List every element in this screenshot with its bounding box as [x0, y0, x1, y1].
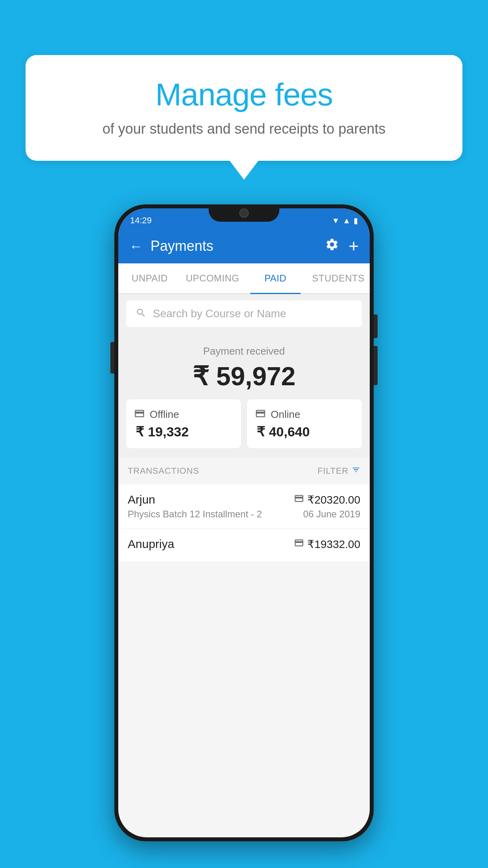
payment-received-label: Payment received — [126, 345, 362, 357]
transaction-bottom-arjun: Physics Batch 12 Installment - 2 06 June… — [128, 509, 360, 520]
manage-fees-title: Manage fees — [49, 77, 439, 113]
tab-unpaid-label: UNPAID — [132, 273, 168, 283]
phone-screen: 14:29 ▼ ▲ ▮ ← Payments — [118, 208, 370, 837]
speech-bubble: Manage fees of your students and send re… — [26, 55, 462, 161]
volume-button — [110, 342, 114, 373]
transactions-label: TRANSACTIONS — [128, 466, 199, 476]
online-payment-icon — [255, 408, 266, 421]
offline-payment-card: Offline ₹ 19,332 — [126, 399, 241, 448]
tab-students-label: STUDENTS — [312, 273, 364, 283]
arjun-date: 06 June 2019 — [303, 509, 360, 520]
phone-outer: 14:29 ▼ ▲ ▮ ← Payments — [114, 204, 374, 841]
online-card-header: Online — [255, 408, 354, 421]
phone-notch — [209, 204, 279, 222]
offline-card-header: Offline — [134, 408, 233, 421]
anupriya-amount: ₹19332.00 — [307, 538, 360, 551]
payment-cards: Offline ₹ 19,332 Online — [126, 399, 362, 448]
tab-upcoming-label: UPCOMING — [186, 273, 239, 283]
app-bar: ← Payments + — [118, 229, 370, 263]
app-bar-title: Payments — [150, 238, 317, 254]
tab-paid[interactable]: PAID — [244, 263, 307, 293]
offline-transaction-icon — [294, 538, 304, 551]
student-name-anupriya: Anupriya — [128, 537, 174, 551]
status-time: 14:29 — [130, 215, 152, 226]
battery-icon: ▮ — [354, 216, 358, 225]
payment-total-amount: ₹ 59,972 — [126, 361, 362, 392]
tab-paid-label: PAID — [264, 273, 286, 283]
search-box[interactable]: Search by Course or Name — [126, 300, 362, 327]
settings-icon[interactable] — [325, 237, 339, 255]
add-icon[interactable]: + — [349, 236, 359, 256]
tab-students[interactable]: STUDENTS — [307, 263, 370, 293]
tabs-bar: UNPAID UPCOMING PAID STUDENTS — [118, 263, 370, 294]
payment-received-section: Payment received ₹ 59,972 Offline — [118, 333, 370, 458]
filter-button[interactable]: FILTER — [317, 465, 360, 476]
online-card-amount: ₹ 40,640 — [255, 424, 354, 440]
filter-funnel-icon — [352, 465, 360, 476]
filter-label: FILTER — [317, 466, 349, 476]
search-icon — [136, 307, 147, 320]
signal-icon: ▲ — [343, 216, 350, 225]
offline-card-type: Offline — [150, 408, 179, 421]
arjun-course: Physics Batch 12 Installment - 2 — [128, 509, 262, 520]
phone-device: 14:29 ▼ ▲ ▮ ← Payments — [114, 204, 374, 841]
offline-card-amount: ₹ 19,332 — [134, 424, 233, 440]
transaction-amount-arjun: ₹20320.00 — [294, 493, 360, 506]
search-container: Search by Course or Name — [118, 294, 370, 333]
arjun-amount: ₹20320.00 — [307, 493, 360, 506]
offline-payment-icon — [134, 408, 145, 421]
wifi-icon: ▼ — [332, 216, 339, 225]
back-button[interactable]: ← — [129, 239, 143, 254]
tab-unpaid[interactable]: UNPAID — [118, 263, 181, 293]
status-icons: ▼ ▲ ▮ — [332, 216, 358, 225]
transaction-row-arjun[interactable]: Arjun ₹20320.00 Physics Batch 12 Install… — [118, 484, 370, 529]
power-button-bottom — [374, 346, 378, 385]
student-name-arjun: Arjun — [128, 493, 155, 506]
front-camera — [239, 208, 249, 218]
online-payment-card: Online ₹ 40,640 — [247, 399, 362, 448]
manage-fees-subtitle: of your students and send receipts to pa… — [49, 121, 439, 137]
speech-bubble-container: Manage fees of your students and send re… — [26, 55, 462, 161]
transaction-top-arjun: Arjun ₹20320.00 — [128, 493, 360, 506]
power-button-top — [374, 314, 378, 338]
transactions-header: TRANSACTIONS FILTER — [118, 458, 370, 484]
search-placeholder-text: Search by Course or Name — [153, 307, 286, 320]
app-bar-icons: + — [325, 236, 359, 256]
transaction-row-anupriya[interactable]: Anupriya ₹19332.00 — [118, 529, 370, 562]
online-card-type: Online — [271, 408, 300, 421]
transaction-top-anupriya: Anupriya ₹19332.00 — [128, 537, 360, 551]
tab-upcoming[interactable]: UPCOMING — [181, 263, 244, 293]
transaction-amount-anupriya: ₹19332.00 — [294, 538, 360, 551]
online-transaction-icon — [294, 493, 304, 506]
